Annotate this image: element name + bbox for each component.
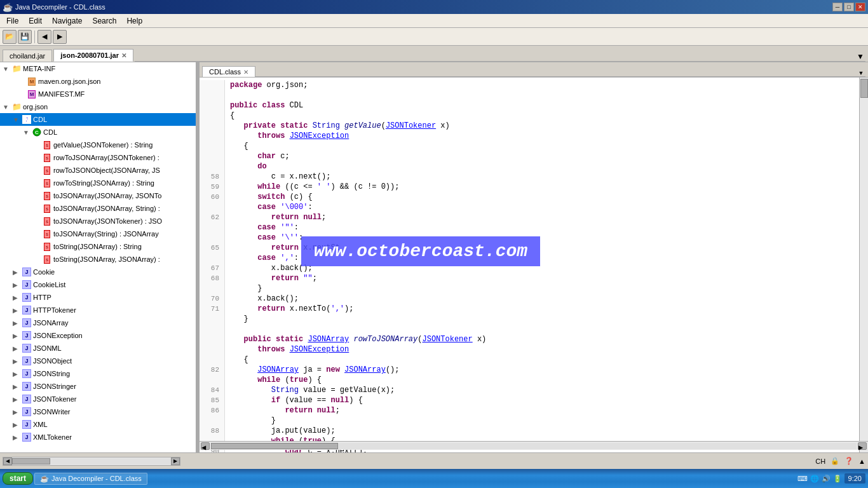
tree-label: toJSONArray(JSONArray, String) : — [53, 205, 160, 212]
tree-item-cdl-class[interactable]: ▼ C CDL — [0, 126, 196, 139]
line-content: throws JSONException — [225, 131, 349, 141]
tree-item-jsonstring[interactable]: ▶ J JSONString — [0, 367, 196, 380]
tree-item-xmltokener[interactable]: ▶ J XMLTokener — [0, 431, 196, 444]
tree-item-method-9[interactable]: s toString(JSONArray) : String — [0, 240, 196, 253]
file-tab-json-close[interactable]: ✕ — [121, 52, 126, 59]
code-panel: CDL.class ✕ ▼ www.octobercoast.com packa… — [200, 62, 868, 452]
save-button[interactable]: 💾 — [18, 30, 32, 44]
code-line — [200, 90, 858, 100]
forward-button[interactable]: ▶ — [53, 30, 67, 44]
tree-item-cookielist[interactable]: ▶ J CookieList — [0, 278, 196, 291]
expand-arrow: ▶ — [13, 345, 20, 352]
menu-search[interactable]: Search — [87, 15, 121, 27]
toolbar: 📂 💾 ◀ ▶ — [0, 28, 868, 46]
title-bar-controls[interactable]: ─ □ ✕ — [832, 3, 865, 11]
tree-item-method-2[interactable]: s rowToJSONArray(JSONTokener) : — [0, 151, 196, 164]
line-number: 86 — [200, 405, 225, 416]
h-scroll-right[interactable]: ▶ — [858, 442, 867, 450]
tree-label: HTTPTokener — [33, 306, 76, 314]
tree-item-jsonstringer[interactable]: ▶ J JSONStringer — [0, 380, 196, 393]
tree-scroll-right[interactable]: ▶ — [171, 458, 180, 465]
code-line: 58 c = x.next(); — [200, 172, 858, 182]
speaker-icon: 🔊 — [822, 475, 831, 483]
line-number — [200, 375, 225, 385]
tree-item-org-json[interactable]: ▼ 📁 org.json — [0, 100, 196, 113]
code-area[interactable]: www.octobercoast.com package org.json; — [200, 78, 868, 452]
tree-item-jsonwriter[interactable]: ▶ J JSONWriter — [0, 405, 196, 418]
menu-file[interactable]: File — [1, 15, 24, 27]
tree-item-maven[interactable]: M maven.org.json.json — [0, 75, 196, 88]
j-icon: J — [22, 356, 32, 366]
tree-item-cdl[interactable]: ▼ J CDL — [0, 113, 196, 126]
code-tab-bar: CDL.class ✕ ▼ — [200, 62, 868, 78]
file-tab-choiland[interactable]: choiland.jar — [3, 50, 52, 62]
line-content: x.back(); — [225, 263, 313, 273]
status-icon-1: 🔒 — [831, 457, 839, 465]
menu-navigate[interactable]: Navigate — [47, 15, 87, 27]
line-number — [200, 344, 225, 355]
vertical-scrollbar[interactable] — [859, 78, 868, 452]
tree-item-method-5[interactable]: s toJSONArray(JSONArray, JSONTo — [0, 189, 196, 202]
open-button[interactable]: 📂 — [3, 30, 17, 44]
tree-item-method-10[interactable]: s toString(JSONArray, JSONArray) : — [0, 253, 196, 266]
tree-item-method-1[interactable]: s getValue(JSONTokener) : String — [0, 139, 196, 151]
tree-item-jsonml[interactable]: ▶ J JSONML — [0, 342, 196, 355]
code-tab-close[interactable]: ✕ — [243, 69, 248, 76]
start-label: start — [10, 474, 26, 483]
file-tab-json[interactable]: json-20080701.jar ✕ — [53, 49, 133, 62]
back-button[interactable]: ◀ — [37, 30, 51, 44]
method-icon: s — [42, 165, 52, 175]
tree-scroll-left[interactable]: ◀ — [3, 458, 12, 465]
tree-scroll-thumb[interactable] — [12, 458, 50, 464]
tree-item-xml[interactable]: ▶ J XML — [0, 418, 196, 431]
line-content: while ((c <= ' ') && (c != 0)); — [225, 182, 399, 192]
taskbar: start ☕ Java Decompiler - CDL.class ⌨ 🌐 … — [0, 469, 868, 488]
tree-item-jsontokener[interactable]: ▶ J JSONTokener — [0, 393, 196, 405]
method-icon: s — [42, 203, 52, 214]
line-content: return null; — [225, 212, 326, 222]
minimize-button[interactable]: ─ — [832, 3, 843, 11]
menu-help[interactable]: Help — [121, 15, 147, 27]
expand-arrow: ▶ — [13, 332, 20, 339]
h-scroll-thumb[interactable] — [211, 443, 338, 449]
line-number — [200, 141, 225, 151]
tree-label: toJSONArray(JSONArray, JSONTo — [53, 192, 161, 200]
code-tab-scroll[interactable]: ▼ — [857, 70, 865, 77]
file-tabs: choiland.jar json-20080701.jar ✕ ▼ — [0, 46, 868, 62]
line-number: 82 — [200, 365, 225, 375]
line-content: char c; — [225, 151, 290, 161]
tree-item-jsonarray[interactable]: ▶ J JSONArray — [0, 316, 196, 329]
maximize-button[interactable]: □ — [844, 3, 854, 11]
line-number: 62 — [200, 212, 225, 222]
h-scroll-left[interactable]: ◀ — [201, 442, 210, 450]
close-button[interactable]: ✕ — [855, 3, 865, 11]
tree-item-httptokener[interactable]: ▶ J HTTPTokener — [0, 304, 196, 316]
expand-arrow: ▶ — [13, 294, 20, 301]
tree-item-jsonobject[interactable]: ▶ J JSONObject — [0, 355, 196, 367]
tree-panel[interactable]: ▼ 📁 META-INF M maven.org.json.json M MAN… — [0, 62, 197, 452]
j-icon: J — [22, 305, 32, 315]
tree-item-meta-inf[interactable]: ▼ 📁 META-INF — [0, 62, 196, 75]
menu-edit[interactable]: Edit — [24, 15, 47, 27]
tree-item-method-3[interactable]: s rowToJSONObject(JSONArray, JS — [0, 164, 196, 177]
start-button[interactable]: start — [3, 472, 33, 485]
line-content — [225, 324, 230, 334]
code-tab-cdl[interactable]: CDL.class ✕ — [202, 66, 255, 77]
tree-item-method-4[interactable]: s rowToString(JSONArray) : String — [0, 177, 196, 189]
scrollbar-thumb[interactable] — [860, 79, 868, 98]
tree-item-cookie[interactable]: ▶ J Cookie — [0, 266, 196, 278]
tree-item-jsonexception[interactable]: ▶ J JSONException — [0, 329, 196, 342]
tree-label: Cookie — [33, 268, 55, 276]
tree-bottom-scroll[interactable]: ◀ ▶ — [3, 457, 180, 466]
tree-item-manifest[interactable]: M MANIFEST.MF — [0, 88, 196, 100]
tab-scroll-button[interactable]: ▼ — [855, 52, 865, 62]
tree-item-method-6[interactable]: s toJSONArray(JSONArray, String) : — [0, 202, 196, 215]
tree-item-http[interactable]: ▶ J HTTP — [0, 291, 196, 304]
tree-item-method-8[interactable]: s toJSONArray(String) : JSONArray — [0, 227, 196, 240]
tree-item-method-7[interactable]: s toJSONArray(JSONTokener) : JSO — [0, 215, 196, 227]
taskbar-item-decompiler[interactable]: ☕ Java Decompiler - CDL.class — [34, 473, 147, 485]
line-content: { — [225, 111, 234, 121]
tree-label: XMLTokener — [33, 433, 72, 441]
horizontal-scrollbar[interactable]: ◀ ▶ — [200, 441, 868, 450]
code-line: { — [200, 111, 858, 121]
